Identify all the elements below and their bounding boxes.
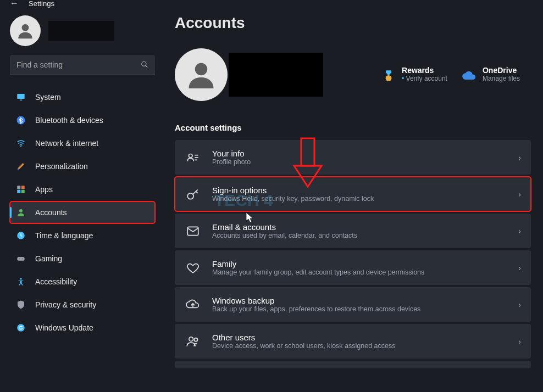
window-header: ← Settings xyxy=(0,0,543,7)
sidebar-item-gaming[interactable]: Gaming xyxy=(10,248,155,270)
gamepad-icon xyxy=(15,253,26,264)
sidebar-item-label: Privacy & security xyxy=(35,300,96,309)
svg-rect-8 xyxy=(21,186,25,189)
svg-rect-9 xyxy=(17,190,20,193)
onedrive-subtitle: Manage files xyxy=(483,75,520,82)
svg-point-15 xyxy=(22,259,23,260)
bluetooth-icon xyxy=(15,115,26,126)
chevron-right-icon: › xyxy=(518,153,521,162)
heart-icon xyxy=(185,260,201,276)
sidebar-item-system[interactable]: System xyxy=(10,86,155,108)
sidebar: System Bluetooth & devices Network & int… xyxy=(0,7,165,392)
clock-icon xyxy=(15,230,26,241)
svg-point-27 xyxy=(194,338,197,341)
account-name-redacted xyxy=(229,53,323,97)
sidebar-item-update[interactable]: Windows Update xyxy=(10,317,155,339)
setting-title: Windows backup xyxy=(212,296,420,305)
apps-icon xyxy=(15,184,26,195)
key-icon xyxy=(185,186,201,203)
sidebar-item-personalization[interactable]: Personalization xyxy=(10,155,155,177)
setting-windows-backup[interactable]: Windows backup Back up your files, apps,… xyxy=(175,287,531,322)
rewards-title: Rewards xyxy=(402,66,447,75)
setting-item-cutoff[interactable] xyxy=(175,361,531,368)
setting-title: Family xyxy=(212,259,424,268)
sidebar-item-apps[interactable]: Apps xyxy=(10,178,155,200)
svg-point-19 xyxy=(386,75,392,81)
user-name-redacted xyxy=(48,21,114,41)
setting-email-accounts[interactable]: Email & accounts Accounts used by email,… xyxy=(175,214,531,248)
svg-rect-25 xyxy=(187,227,198,235)
setting-title: Your info xyxy=(212,149,251,158)
sidebar-item-label: Accessibility xyxy=(35,277,77,286)
mail-icon xyxy=(185,223,201,239)
svg-point-14 xyxy=(19,259,20,260)
section-title: Account settings xyxy=(175,123,531,132)
setting-sign-in-options[interactable]: Sign-in options Windows Hello, security … xyxy=(175,177,531,211)
svg-rect-4 xyxy=(20,100,23,101)
svg-point-6 xyxy=(20,146,21,147)
svg-point-0 xyxy=(22,24,29,31)
chevron-right-icon: › xyxy=(518,190,521,199)
person-icon xyxy=(15,207,26,218)
svg-point-17 xyxy=(17,324,25,332)
svg-rect-13 xyxy=(17,257,25,261)
chevron-right-icon: › xyxy=(518,300,521,309)
chevron-right-icon: › xyxy=(518,337,521,346)
svg-point-16 xyxy=(20,278,21,279)
chevron-right-icon: › xyxy=(518,264,521,272)
svg-point-26 xyxy=(189,337,193,341)
sidebar-item-label: Time & language xyxy=(35,231,93,240)
sidebar-item-time[interactable]: Time & language xyxy=(10,225,155,247)
update-icon xyxy=(15,322,26,333)
avatar-icon xyxy=(10,15,41,46)
setting-subtitle: Manage your family group, edit account t… xyxy=(212,268,424,276)
sidebar-item-bluetooth[interactable]: Bluetooth & devices xyxy=(10,109,155,131)
setting-subtitle: Profile photo xyxy=(212,158,251,166)
chevron-right-icon: › xyxy=(518,227,521,236)
onedrive-tile[interactable]: OneDrive Manage files xyxy=(462,66,520,83)
cloud-icon xyxy=(462,68,477,83)
rewards-subtitle: Verify account xyxy=(402,75,447,82)
sidebar-item-label: Accounts xyxy=(35,208,67,217)
sidebar-item-label: Windows Update xyxy=(35,323,93,332)
setting-your-info[interactable]: Your info Profile photo › xyxy=(175,140,531,175)
sidebar-item-privacy[interactable]: Privacy & security xyxy=(10,294,155,316)
shield-icon xyxy=(15,299,26,310)
page-title: Accounts xyxy=(175,14,531,32)
sidebar-item-label: Personalization xyxy=(35,162,88,171)
user-block[interactable] xyxy=(10,12,155,54)
accessibility-icon xyxy=(15,276,26,287)
sidebar-item-accounts[interactable]: Accounts xyxy=(10,201,155,223)
sidebar-item-label: System xyxy=(35,93,61,102)
setting-subtitle: Windows Hello, security key, password, d… xyxy=(212,195,374,203)
svg-rect-7 xyxy=(17,186,20,189)
setting-subtitle: Device access, work or school users, kio… xyxy=(212,342,395,350)
wifi-icon xyxy=(15,138,26,149)
svg-point-1 xyxy=(142,61,146,66)
setting-family[interactable]: Family Manage your family group, edit ac… xyxy=(175,250,531,285)
sidebar-item-label: Bluetooth & devices xyxy=(35,116,103,125)
search-icon xyxy=(141,60,148,70)
search-wrap xyxy=(10,55,155,75)
setting-subtitle: Back up your files, apps, preferences to… xyxy=(212,305,420,313)
avatar-large-icon[interactable] xyxy=(175,48,228,101)
sidebar-item-network[interactable]: Network & internet xyxy=(10,132,155,154)
setting-title: Email & accounts xyxy=(212,222,357,232)
onedrive-title: OneDrive xyxy=(483,66,520,75)
svg-point-11 xyxy=(19,209,23,212)
setting-other-users[interactable]: Other users Device access, work or schoo… xyxy=(175,324,531,359)
backup-icon xyxy=(185,296,201,313)
users-icon xyxy=(185,333,201,350)
search-input[interactable] xyxy=(10,55,155,75)
rewards-icon xyxy=(381,68,396,83)
id-card-icon xyxy=(185,149,201,166)
sidebar-item-accessibility[interactable]: Accessibility xyxy=(10,271,155,293)
sidebar-item-label: Network & internet xyxy=(35,139,98,148)
svg-rect-3 xyxy=(17,94,25,99)
sidebar-item-label: Apps xyxy=(35,185,53,194)
account-header-row: Rewards Verify account OneDrive Manage f… xyxy=(175,48,531,101)
svg-rect-10 xyxy=(21,190,25,193)
rewards-tile[interactable]: Rewards Verify account xyxy=(381,66,447,83)
setting-title: Sign-in options xyxy=(212,186,374,195)
setting-subtitle: Accounts used by email, calendar, and co… xyxy=(212,232,357,239)
